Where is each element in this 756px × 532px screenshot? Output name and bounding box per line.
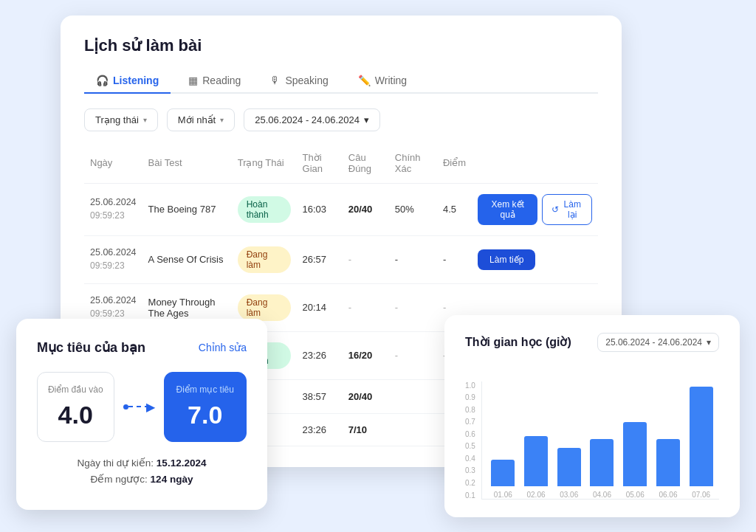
entry-score-value: 4.0 xyxy=(38,401,114,429)
bar xyxy=(623,422,647,486)
tab-speaking[interactable]: 🎙 Speaking xyxy=(258,69,340,94)
goal-card: Mục tiêu của bạn Chỉnh sửa Điểm đầu vào … xyxy=(16,319,267,510)
cell-correct: 20/40 xyxy=(343,183,389,235)
target-score-value: 7.0 xyxy=(165,401,247,429)
cell-time: 09:59:23 xyxy=(90,210,125,221)
continue-button[interactable]: Làm tiếp xyxy=(478,249,535,270)
cell-date: 25.06.202409:59:23 xyxy=(90,294,137,320)
tab-listening[interactable]: 🎧 Listening xyxy=(84,69,171,94)
cell-correct: 7/10 xyxy=(343,414,389,446)
exam-date-label: Ngày thi dự kiến: xyxy=(78,457,154,469)
cell-accuracy: 50% xyxy=(389,183,437,235)
bar-column: 03.06 xyxy=(555,448,583,498)
entry-score-box: Điểm đầu vào 4.0 xyxy=(37,372,114,442)
cell-time: 09:59:23 xyxy=(90,308,125,319)
col-correct: Câu Đúng xyxy=(343,146,389,184)
speaking-icon: 🎙 xyxy=(270,75,281,86)
bars-container: 01.0602.0603.0604.0605.0606.0607.06 xyxy=(481,381,719,500)
status-filter-label: Trạng thái xyxy=(95,114,139,125)
cell-score: 4.5 xyxy=(437,183,472,235)
cell-correct: 20/40 xyxy=(343,379,389,414)
view-result-button[interactable]: Xem kết quả xyxy=(478,194,537,225)
tabs-bar: 🎧 Listening ▦ Reading 🎙 Speaking ✏️ Writ… xyxy=(84,69,598,94)
arrow-between: ▶ xyxy=(123,400,155,414)
col-accuracy: Chính Xác xyxy=(389,146,437,184)
cell-accuracy xyxy=(389,379,437,414)
bar xyxy=(557,448,581,486)
bar-label: 04.06 xyxy=(593,491,611,499)
cell-duration: 38:57 xyxy=(297,379,343,414)
cell-correct: - xyxy=(343,235,389,283)
chart-area: 0.10.20.30.40.50.60.70.80.91.0 01.0602.0… xyxy=(465,367,719,500)
bar xyxy=(524,436,548,486)
cell-duration: 20:14 xyxy=(297,283,343,331)
bar-label: 05.06 xyxy=(626,491,645,499)
col-status: Trạng Thái xyxy=(232,146,297,184)
edit-goal-link[interactable]: Chỉnh sửa xyxy=(199,342,247,353)
table-row: 25.06.202409:59:23 A Sense Of Crisis Đan… xyxy=(84,235,598,283)
cell-duration: 23:26 xyxy=(297,331,343,379)
countdown-value: 124 ngày xyxy=(151,474,193,485)
chart-date-arrow: ▾ xyxy=(707,337,711,348)
chart-date-filter[interactable]: 25.06.2024 - 24.06.2024 ▾ xyxy=(597,333,719,352)
bar-label: 03.06 xyxy=(560,491,578,499)
bar-column: 02.06 xyxy=(523,436,550,498)
sort-filter[interactable]: Mới nhất ▾ xyxy=(167,108,235,131)
status-badge: Hoàn thành xyxy=(238,196,291,223)
date-range-filter[interactable]: 25.06.2024 - 24.06.2024 ▾ xyxy=(244,108,380,131)
y-axis-label: 0.4 xyxy=(465,455,475,463)
cell-accuracy xyxy=(389,414,437,446)
cell-score: - xyxy=(437,235,472,283)
filters-bar: Trạng thái ▾ Mới nhất ▾ 25.06.2024 - 24.… xyxy=(84,108,598,131)
history-title: Lịch sử làm bài xyxy=(84,36,598,55)
writing-icon: ✏️ xyxy=(358,75,371,86)
action-group: Làm tiếp xyxy=(478,249,592,270)
status-filter[interactable]: Trạng thái ▾ xyxy=(84,108,158,131)
cell-correct: - xyxy=(343,283,389,331)
y-axis-label: 0.7 xyxy=(465,418,475,426)
bar-label: 07.06 xyxy=(692,491,710,499)
sort-filter-arrow: ▾ xyxy=(220,116,224,124)
dot-icon xyxy=(123,404,128,410)
cell-date: 25.06.202409:59:23 xyxy=(90,196,137,222)
bar-column: 06.06 xyxy=(655,439,682,499)
reading-icon: ▦ xyxy=(188,75,198,86)
tab-speaking-label: Speaking xyxy=(285,75,328,86)
goal-header: Mục tiêu của bạn Chỉnh sửa xyxy=(37,339,247,356)
chart-card: Thời gian học (giờ) 25.06.2024 - 24.06.2… xyxy=(444,315,740,517)
chart-date-label: 25.06.2024 - 24.06.2024 xyxy=(605,337,702,348)
cell-duration: 23:26 xyxy=(297,414,343,446)
date-range-arrow: ▾ xyxy=(364,114,369,125)
bar-label: 02.06 xyxy=(526,491,545,499)
y-axis-label: 0.5 xyxy=(465,442,475,450)
cell-time: 09:59:23 xyxy=(90,260,125,271)
bar-column: 07.06 xyxy=(687,387,715,498)
redo-button[interactable]: ↺Làm lại xyxy=(542,194,592,225)
bar-label: 06.06 xyxy=(659,491,677,499)
y-axis: 0.10.20.30.40.50.60.70.80.91.0 xyxy=(465,381,481,500)
chart-title: Thời gian học (giờ) xyxy=(465,335,571,349)
bar xyxy=(656,439,680,486)
countdown-row: Đếm ngược: 124 ngày xyxy=(37,473,247,485)
bar-label: 01.06 xyxy=(494,491,512,499)
bar-column: 04.06 xyxy=(588,439,616,499)
cell-test: The Boeing 787 xyxy=(142,183,232,235)
target-score-label: Điểm mục tiêu xyxy=(165,384,247,395)
bar-column: 05.06 xyxy=(622,422,649,498)
y-axis-label: 0.3 xyxy=(465,466,475,474)
action-group: Xem kết quả ↺Làm lại xyxy=(478,194,592,225)
score-boxes: Điểm đầu vào 4.0 ▶ Điểm mục tiêu 7.0 xyxy=(37,372,247,442)
cell-accuracy: - xyxy=(389,283,437,331)
table-row: 25.06.202409:59:23 The Boeing 787 Hoàn t… xyxy=(84,183,598,235)
tab-writing[interactable]: ✏️ Writing xyxy=(346,69,419,94)
scene: Lịch sử làm bài 🎧 Listening ▦ Reading 🎙 … xyxy=(16,15,740,517)
status-badge: Đang làm xyxy=(238,246,291,273)
redo-icon: ↺ xyxy=(551,204,559,215)
y-axis-label: 0.8 xyxy=(465,406,475,414)
cell-accuracy: - xyxy=(389,331,437,379)
y-axis-label: 0.2 xyxy=(465,479,475,487)
cell-correct: 16/20 xyxy=(343,331,389,379)
tab-reading[interactable]: ▦ Reading xyxy=(176,69,252,94)
entry-score-label: Điểm đầu vào xyxy=(38,384,114,395)
sort-filter-label: Mới nhất xyxy=(178,114,216,125)
